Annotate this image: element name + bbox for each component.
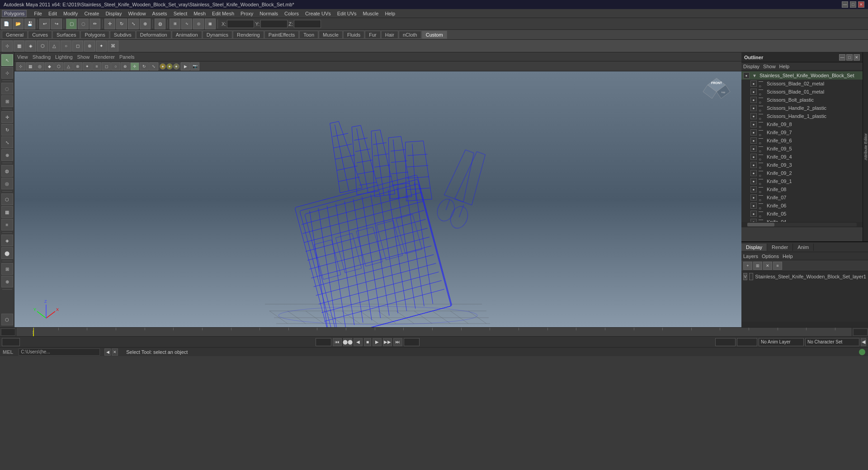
shelf-tool-7[interactable]: ◻ [72, 41, 83, 52]
shelf-tab-animation[interactable]: Animation [172, 31, 202, 39]
shelf-tab-deformation[interactable]: Deformation [136, 31, 171, 39]
soft-select-btn[interactable]: ◍ [155, 19, 165, 29]
current-frame-input[interactable]: 1.00 [2, 338, 20, 346]
hypergraph-btn[interactable]: ⊕ [1, 276, 13, 287]
step-back-btn[interactable]: ⬤⬤ [343, 338, 352, 346]
bottom-btn-1[interactable]: ⬡ [1, 314, 13, 325]
shelf-tool-5[interactable]: △ [49, 41, 60, 52]
shelf-tool-6[interactable]: ○ [61, 41, 71, 52]
outliner-min-btn[interactable]: — [839, 54, 845, 61]
shelf-tool-3[interactable]: ◈ [25, 41, 36, 52]
command-input-area[interactable]: C:\Users\(he... [19, 348, 100, 356]
view-menu[interactable]: View [17, 54, 28, 60]
undo-btn[interactable]: ↩ [39, 19, 50, 29]
outliner-h-scrollbar[interactable] [747, 223, 856, 226]
menu-item-edit uvs[interactable]: Edit UVs [335, 10, 359, 17]
menu-item-proxy[interactable]: Proxy [238, 10, 256, 17]
redo-btn[interactable]: ↪ [51, 19, 62, 29]
outliner-scrollbar-area[interactable] [741, 222, 863, 227]
menu-item-help[interactable]: Help [382, 10, 398, 17]
vp-tool-9[interactable]: ≡ [92, 62, 101, 70]
vp-tool-2[interactable]: ▦ [26, 62, 35, 70]
close-button[interactable]: ✕ [858, 1, 864, 8]
vis-icon[interactable]: ● [750, 105, 757, 111]
layers-menu[interactable]: Layers [743, 254, 758, 259]
play-back-btn[interactable]: ◀ [354, 338, 363, 346]
shelf-tab-ncloth[interactable]: nCloth [399, 31, 421, 39]
shelf-tool-4[interactable]: ⬡ [37, 41, 48, 52]
layer-dup-btn[interactable]: ⊞ [753, 262, 762, 270]
vis-icon[interactable]: ● [750, 113, 757, 119]
shelf-tool-10[interactable]: ⌘ [108, 41, 118, 52]
shelf-tab-fur[interactable]: Fur [365, 31, 381, 39]
shading-menu[interactable]: Shading [33, 54, 51, 60]
menu-item-create uvs[interactable]: Create UVs [302, 10, 334, 17]
viewport-3d[interactable]: FRONT top X Y Z [14, 71, 741, 327]
paint-select-mode-btn[interactable]: ⊹ [1, 67, 13, 79]
attr-editor-tab[interactable]: Attribute Editor [863, 52, 868, 241]
universal-mode-btn[interactable]: ⊕ [1, 149, 13, 161]
layer-v-toggle[interactable]: V [743, 273, 747, 280]
layer-attr-btn[interactable]: ≡ [773, 262, 782, 270]
shelf-tab-polygons[interactable]: Polygons [80, 31, 109, 39]
lasso-tool-btn[interactable]: ◌ [78, 19, 89, 29]
anim-layer-dropdown[interactable]: No Anim Layer [759, 338, 804, 346]
cmd-btn-1[interactable]: ◀ [104, 348, 111, 356]
vis-icon[interactable]: ● [750, 194, 757, 201]
shelf-tool-2[interactable]: ▦ [14, 41, 24, 52]
vis-icon[interactable]: ● [750, 137, 757, 144]
shelf-tab-curves[interactable]: Curves [28, 31, 52, 39]
outliner-tree-item[interactable]: ●—○Knife_04 [741, 218, 863, 222]
outliner-display-menu[interactable]: Display [743, 64, 760, 69]
layer-scrollbar[interactable] [741, 322, 868, 327]
vp-tool-5[interactable]: ⬡ [54, 62, 63, 70]
outliner-h-thumb[interactable] [747, 223, 774, 226]
show-menu[interactable]: Show [77, 54, 90, 60]
renderer-menu[interactable]: Renderer [94, 54, 115, 60]
layer-render-tab[interactable]: Render [767, 244, 793, 251]
vis-icon[interactable]: ● [750, 178, 757, 184]
vis-icon[interactable]: ● [750, 89, 757, 95]
attr-editor-btn[interactable]: ≡ [1, 219, 13, 230]
menu-item-edit mesh[interactable]: Edit Mesh [209, 10, 237, 17]
rotate-mode-btn[interactable]: ↻ [1, 124, 13, 136]
render-btn[interactable]: ◈ [1, 235, 13, 246]
lasso-mode-btn[interactable]: ◌ [1, 83, 13, 94]
rotate-tool-btn[interactable]: ↻ [116, 19, 127, 29]
vis-icon[interactable]: ● [750, 146, 757, 152]
layer-help-menu[interactable]: Help [783, 254, 793, 259]
maximize-button[interactable]: □ [850, 1, 856, 8]
char-set-dropdown[interactable]: No Character Set [805, 338, 859, 346]
layer-new-btn[interactable]: + [743, 262, 752, 270]
vis-icon[interactable]: ● [750, 219, 757, 222]
vis-icon[interactable]: ● [743, 72, 750, 79]
universal-tool-btn[interactable]: ⊕ [140, 19, 151, 29]
menu-item-colors[interactable]: Colors [282, 10, 302, 17]
stop-btn[interactable]: ■ [364, 338, 371, 346]
shelf-tab-muscle[interactable]: Muscle [319, 31, 343, 39]
layer-anim-tab[interactable]: Anim [793, 244, 814, 251]
timeline-ruler[interactable]: 1 [16, 328, 852, 336]
snap-grid-btn[interactable]: ⊞ [170, 19, 180, 29]
layer-item-1[interactable]: V Stainless_Steel_Knife_Wooden_Block_Set… [743, 272, 866, 281]
minimize-button[interactable]: — [842, 1, 848, 8]
vp-tool-8[interactable]: ✦ [83, 62, 92, 70]
vp-tool-1[interactable]: ⊹ [16, 62, 25, 70]
shelf-tab-dynamics[interactable]: Dynamics [203, 31, 232, 39]
vp-tool-7[interactable]: ⊗ [73, 62, 82, 70]
snap-curve-btn[interactable]: ∿ [181, 19, 192, 29]
menu-item-mesh[interactable]: Mesh [191, 10, 208, 17]
shelf-tab-rendering[interactable]: Rendering [233, 31, 264, 39]
layer-del-btn[interactable]: ✕ [763, 262, 772, 270]
outliner-tree[interactable]: ●▼Stainless_Steel_Knife_Wooden_Block_Set… [741, 70, 863, 222]
panels-menu[interactable]: Panels [119, 54, 135, 60]
go-end-btn[interactable]: ⏭ [393, 338, 402, 346]
lighting-menu[interactable]: Lighting [55, 54, 73, 60]
vis-icon[interactable]: ● [750, 162, 757, 168]
menu-item-create[interactable]: Create [81, 10, 102, 17]
open-file-btn[interactable]: 📂 [13, 19, 24, 29]
save-file-btn[interactable]: 💾 [24, 19, 35, 29]
step-fwd-btn[interactable]: ▶▶ [383, 338, 392, 346]
paint-select-btn[interactable]: ✏ [90, 19, 100, 29]
vp-tool-3[interactable]: ◎ [35, 62, 44, 70]
